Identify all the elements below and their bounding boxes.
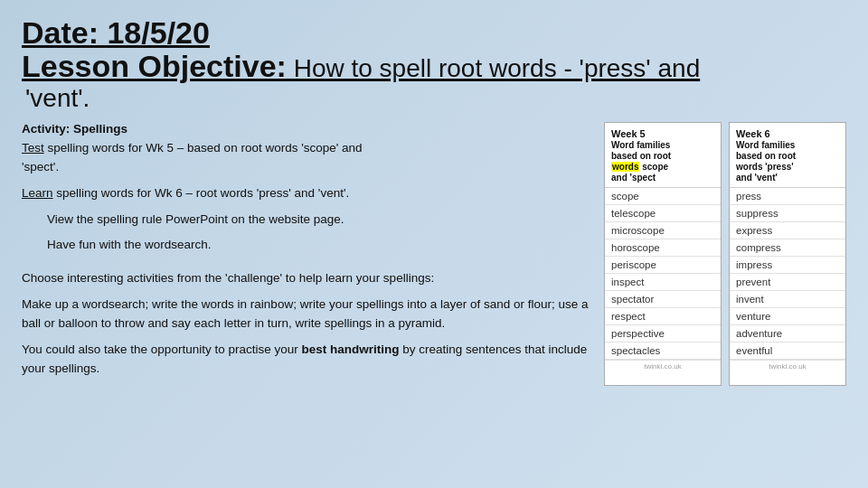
table2-week: Week 6	[736, 127, 839, 140]
para4: Have fun with the wordsearch.	[47, 236, 590, 255]
table-row: suppress	[730, 205, 845, 222]
table-row: prevent	[730, 274, 845, 291]
table-row: periscope	[605, 257, 721, 274]
para7-start: You could also take the opportunity to p…	[22, 343, 301, 356]
para7-bold: best handwriting	[301, 343, 399, 356]
para1-rest: spelling words for Wk 5 – based on root …	[22, 141, 363, 174]
test-word: Test	[22, 141, 44, 155]
table1-header: Week 5 Word familiesbased on rootwords s…	[605, 123, 721, 188]
lesson-objective-line: Lesson Objective: How to spell root word…	[22, 50, 846, 83]
header: Date: 18/5/20 Lesson Objective: How to s…	[22, 16, 846, 113]
activity-text: Activity: Spellings	[22, 122, 127, 136]
table2-credit: twinkl.co.uk	[730, 360, 845, 372]
table-row: eventful	[730, 343, 845, 360]
table-row: perspective	[605, 325, 721, 343]
table2-header: Week 6 Word familiesbased on rootwords '…	[730, 123, 845, 188]
para2: Learn spelling words for Wk 6 – root wor…	[22, 184, 590, 203]
table1-week: Week 5	[611, 127, 714, 140]
table-row: scope	[605, 188, 721, 205]
table1-credit: twinkl.co.uk	[605, 360, 721, 372]
learn-word: Learn	[22, 186, 53, 200]
content-area: Activity: Spellings Test spelling words …	[22, 122, 846, 386]
para6: Make up a wordsearch; write the words in…	[22, 296, 590, 333]
word-table-2: Week 6 Word familiesbased on rootwords '…	[729, 122, 846, 386]
table-row: telescope	[605, 205, 721, 222]
table1-heading: Word familiesbased on rootwords scopeand…	[611, 140, 714, 183]
para3: View the spelling rule PowerPoint on the…	[47, 211, 590, 230]
table2-heading: Word familiesbased on rootwords 'press'a…	[736, 140, 839, 183]
table-row: spectacles	[605, 343, 721, 360]
table-row: impress	[730, 257, 845, 274]
para7: You could also take the opportunity to p…	[22, 341, 590, 379]
table-row: spectator	[605, 291, 721, 308]
table-row: respect	[605, 308, 721, 325]
table-row: express	[730, 222, 845, 239]
page-container: Date: 18/5/20 Lesson Objective: How to s…	[0, 0, 868, 488]
lesson-obj-content: How to spell root words - 'press' and	[287, 54, 700, 82]
para1: Test spelling words for Wk 5 – based on …	[22, 139, 590, 177]
para2-rest: spelling words for Wk 6 – root words 'pr…	[56, 186, 349, 200]
table-row: venture	[730, 308, 845, 325]
table-row: compress	[730, 239, 845, 257]
vent-line: 'vent'.	[25, 84, 846, 113]
activity-label: Activity: Spellings	[22, 122, 590, 136]
table-row: horoscope	[605, 239, 721, 257]
table-row: inspect	[605, 274, 721, 291]
tables-section: Week 5 Word familiesbased on rootwords s…	[604, 122, 846, 386]
table-row: microscope	[605, 222, 721, 239]
table-row: invent	[730, 291, 845, 308]
para5: Choose interesting activities from the '…	[22, 269, 590, 288]
table-row: adventure	[730, 325, 845, 343]
date-line: Date: 18/5/20	[22, 16, 846, 50]
word-table-1: Week 5 Word familiesbased on rootwords s…	[604, 122, 722, 386]
table-row: press	[730, 188, 845, 205]
lesson-obj-label: Lesson Objective:	[22, 49, 287, 83]
text-section: Activity: Spellings Test spelling words …	[22, 122, 590, 386]
